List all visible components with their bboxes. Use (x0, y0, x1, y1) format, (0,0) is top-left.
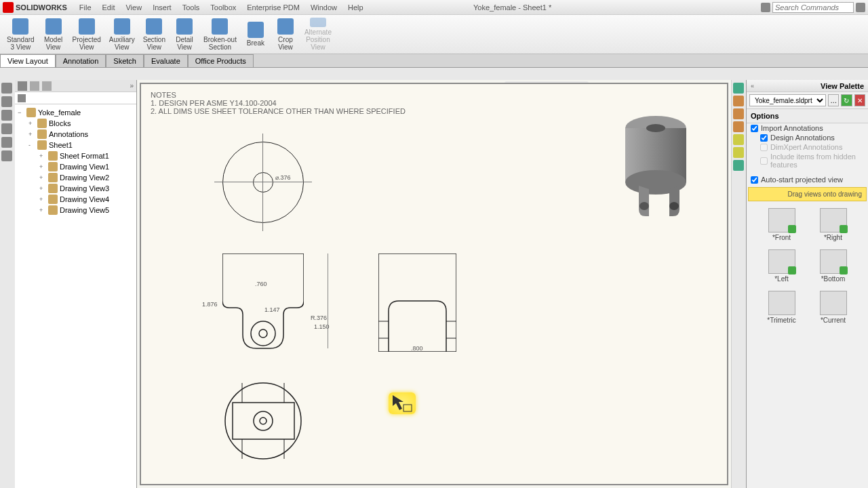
tree-item-drawing-view2[interactable]: +Drawing View2 (18, 172, 134, 183)
palette-view-left[interactable]: *Left (762, 249, 802, 283)
dim-front-h[interactable]: 1.876 (202, 301, 218, 308)
menu-toolbox[interactable]: Toolbox (205, 1, 241, 14)
browse-button[interactable]: … (828, 94, 839, 106)
import-annotations-check[interactable]: Import Annotations (747, 123, 868, 133)
auxiliary-view-icon (114, 18, 130, 35)
menu-help[interactable]: Help (342, 1, 369, 14)
dim-front-w[interactable]: .760 (255, 281, 267, 287)
config-manager-tab-icon[interactable] (42, 81, 52, 91)
palette-views-grid: *Front *Right *Left *Bottom *Trimetric *… (747, 204, 868, 328)
document-title: Yoke_female - Sheet1 * (473, 3, 551, 12)
sheet-icon (37, 140, 47, 150)
palette-view-trimetric[interactable]: *Trimetric (762, 291, 802, 324)
tab-annotation[interactable]: Annotation (56, 54, 106, 67)
sketch-icon[interactable] (1, 110, 12, 121)
view-palette-icon[interactable] (733, 121, 744, 132)
task-pane-tabs (731, 80, 746, 488)
tree-item-blocks[interactable]: +Blocks (18, 118, 134, 129)
feature-tree-tab-icon[interactable] (18, 81, 27, 91)
dim-front-r2[interactable]: R.376 (311, 314, 327, 321)
auto-start-projected-check[interactable]: Auto-start projected view (747, 175, 868, 184)
drawing-view-front[interactable]: .760 1.876 1.147 R.376 1.150 (222, 253, 304, 352)
tab-evaluate[interactable]: Evaluate (144, 54, 188, 67)
note-icon[interactable] (1, 137, 12, 148)
menu-edit[interactable]: Edit (97, 1, 121, 14)
drawing-view-right[interactable]: .800 (378, 253, 456, 353)
model-select[interactable]: Yoke_female.sldprt (749, 94, 826, 106)
tree-item-annotations[interactable]: +Annotations (18, 129, 134, 140)
hidden-features-check[interactable]: Include items from hidden features (747, 152, 868, 169)
drawing-view-isometric[interactable] (618, 111, 700, 226)
drawing-canvas[interactable]: NOTES 1. DESIGN PER ASME Y14.100-2004 2.… (137, 80, 731, 488)
view-palette-title: « View Palette (747, 80, 868, 92)
menu-window[interactable]: Window (305, 1, 342, 14)
dim-front-r1[interactable]: 1.147 (264, 306, 280, 313)
property-manager-tab-icon[interactable] (30, 81, 39, 91)
tree-root[interactable]: −Yoke_female (18, 107, 134, 118)
menu-view[interactable]: View (120, 1, 147, 14)
palette-view-front[interactable]: *Front (762, 208, 802, 241)
appearances-icon[interactable] (733, 134, 744, 145)
menu-tools[interactable]: Tools (177, 1, 205, 14)
drawing-view-top[interactable]: ⌀.376 (222, 142, 304, 223)
svg-point-7 (259, 329, 267, 338)
tab-view-layout[interactable]: View Layout (0, 54, 56, 67)
search-go-icon[interactable] (856, 3, 865, 12)
broken-out-section-icon (212, 18, 228, 35)
detail-view-button[interactable]: DetailView (170, 16, 199, 52)
filter-icon[interactable] (18, 94, 26, 102)
design-annotations-check[interactable]: Design Annotations (747, 133, 868, 142)
tree-item-drawing-view3[interactable]: +Drawing View3 (18, 183, 134, 194)
forum-icon[interactable] (733, 160, 744, 171)
palette-view-current[interactable]: *Current (814, 291, 853, 324)
dimension-icon[interactable] (1, 123, 12, 134)
auxiliary-view-button[interactable]: AuxiliaryView (105, 16, 139, 52)
tree-item-drawing-view1[interactable]: +Drawing View1 (18, 161, 134, 172)
drawing-sheet[interactable]: NOTES 1. DESIGN PER ASME Y14.100-2004 2.… (140, 83, 728, 485)
menu-insert[interactable]: Insert (147, 1, 177, 14)
design-library-icon[interactable] (733, 96, 744, 106)
search-commands-input[interactable] (772, 2, 854, 13)
drawing-view-bottom[interactable] (224, 382, 302, 460)
tree-item-sheet-format1[interactable]: +Sheet Format1 (18, 150, 134, 161)
menu-enterprise-pdm[interactable]: Enterprise PDM (241, 1, 305, 14)
model-view-button[interactable]: ModelView (39, 16, 68, 52)
break-button[interactable]: Break (241, 16, 271, 52)
standard-3-view-icon (12, 18, 28, 35)
tree-item-drawing-view4[interactable]: +Drawing View4 (18, 194, 134, 205)
balloon-icon[interactable] (1, 150, 12, 161)
collapse-panel-icon[interactable]: » (130, 82, 134, 89)
dimxpert-annotations-check[interactable]: DimXpert Annotations (747, 142, 868, 152)
dim-right-w[interactable]: .800 (411, 345, 423, 352)
tab-sketch[interactable]: Sketch (106, 54, 144, 67)
svg-point-4 (639, 202, 649, 210)
clear-button[interactable]: ✕ (854, 94, 865, 106)
feature-manager-panel: » −Yoke_female +Blocks +Annotations -She… (15, 80, 137, 488)
feature-tree: −Yoke_female +Blocks +Annotations -Sheet… (15, 104, 136, 488)
svg-point-13 (225, 383, 301, 459)
solidworks-resources-icon[interactable] (733, 83, 744, 94)
palette-view-bottom[interactable]: *Bottom (814, 249, 853, 283)
measure-icon[interactable] (1, 96, 12, 107)
crop-view-button[interactable]: CropView (271, 16, 300, 52)
refresh-button[interactable]: ↻ (841, 94, 852, 106)
detail-view-icon (176, 18, 193, 35)
custom-properties-icon[interactable] (733, 147, 744, 158)
tree-item-drawing-view5[interactable]: +Drawing View5 (18, 205, 134, 216)
standard-3-view-button[interactable]: Standard3 View (3, 16, 39, 52)
tab-office-products[interactable]: Office Products (188, 54, 254, 67)
file-explorer-icon[interactable] (733, 108, 744, 119)
projected-view-button[interactable]: ProjectedView (68, 16, 105, 52)
search-icon (761, 3, 770, 12)
menu-file[interactable]: File (74, 1, 97, 14)
broken-out-section-button[interactable]: Broken-outSection (199, 16, 241, 52)
model-select-row: Yoke_female.sldprt … ↻ ✕ (747, 92, 868, 108)
section-view-button[interactable]: SectionView (139, 16, 170, 52)
palette-view-right[interactable]: *Right (814, 208, 853, 241)
dim-top-dia[interactable]: ⌀.376 (275, 174, 291, 181)
annotations-icon (37, 129, 47, 139)
blocks-icon (37, 119, 47, 128)
feature-filter-row (15, 92, 136, 104)
tree-item-sheet1[interactable]: -Sheet1 (18, 140, 134, 150)
select-icon[interactable] (1, 83, 12, 94)
